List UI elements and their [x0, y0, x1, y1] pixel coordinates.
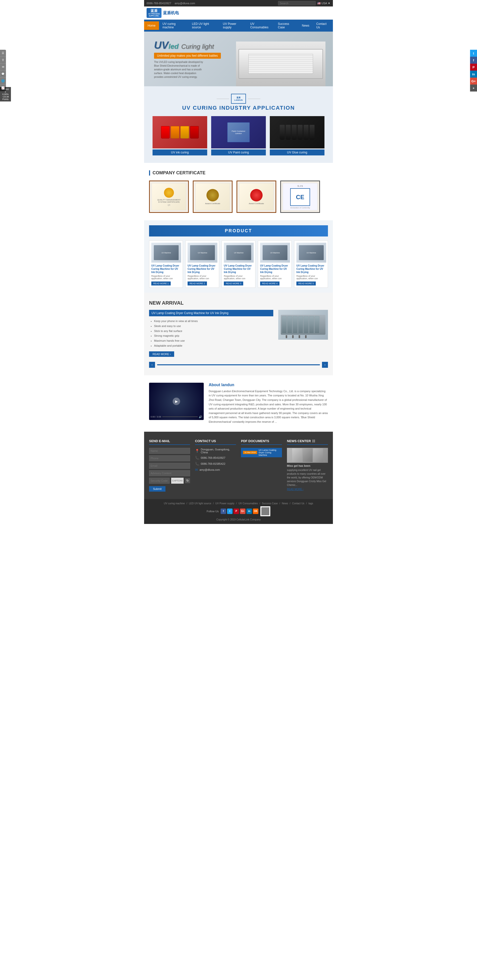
- news-read-more-link[interactable]: READ MORE ›: [287, 488, 304, 491]
- contact-info: 0086-769-85410927 amy@dluva.com: [147, 2, 195, 5]
- cert-card-4: S J S CE Declaration of Conformity: [280, 181, 320, 213]
- pdf-item-1[interactable]: 31 Mar 2019 UV Lamp Coating Dryer Curing…: [241, 448, 282, 457]
- footer-link-tags[interactable]: tags: [308, 502, 313, 505]
- cert-card-3: Award Certificate: [236, 181, 276, 213]
- footer-facebook-button[interactable]: f: [220, 509, 226, 514]
- product-desc-4: Regardless of your application, when con: [260, 275, 289, 280]
- footer-pdf-title: PDF DOCUMENTS: [241, 439, 282, 445]
- hero-text: UVled Curing light Unlimited play makes …: [154, 39, 221, 79]
- footer-contact-title: CONTACT US: [195, 439, 236, 445]
- industry-card-paint[interactable]: Paint ContainerLandun UV Paint curing: [211, 116, 266, 156]
- nav-uv-curing[interactable]: UV curing machine: [159, 20, 189, 32]
- nav-contact[interactable]: Contact Us: [313, 20, 333, 32]
- product-card-3[interactable]: UV Machine UV Lamp Coating Dryer Curing …: [222, 240, 255, 288]
- footer-name-input[interactable]: [149, 448, 190, 454]
- cert-card-1: QUALITY MANAGEMENT SYSTEM CERTIFICATE QR: [149, 181, 189, 213]
- news-thumbnails: [292, 449, 323, 462]
- footer-link-uv-curing[interactable]: UV curing machine: [164, 502, 185, 505]
- country-selector[interactable]: 🇺🇸 USA ▼: [317, 2, 330, 5]
- footer-pdf-col: PDF DOCUMENTS 31 Mar 2019 UV Lamp Coatin…: [241, 439, 282, 492]
- footer-ok-button[interactable]: OK: [253, 509, 258, 514]
- footer-linkedin-button[interactable]: in: [246, 509, 252, 514]
- product-img-4: UV Machine: [260, 243, 290, 262]
- new-arrival-title: NEW ARRIVAL: [149, 300, 328, 306]
- footer-pinterest-button[interactable]: P: [233, 509, 239, 514]
- footer-submit-button[interactable]: Submit: [149, 486, 165, 492]
- nav-success[interactable]: Success Case: [274, 20, 298, 32]
- site-footer: SEND E-MAIL CAPTCHA ↻ Submit CONTACT US …: [144, 432, 333, 499]
- nav-home[interactable]: Home: [144, 21, 159, 30]
- video-block[interactable]: ▶ 0:00 / 3:09 🔊: [149, 383, 204, 420]
- logo[interactable]: 蓝盾 UV PROCESS SUPPLY,INC. 蓝盾机电: [147, 8, 179, 18]
- qr-code-image: [261, 507, 269, 515]
- footer-twitter-button[interactable]: t: [227, 509, 233, 514]
- footer-link-contact[interactable]: Contact Us: [292, 502, 304, 505]
- volume-icon[interactable]: 🔊: [199, 415, 202, 418]
- new-arrival-read-more[interactable]: READ MORE ›: [149, 352, 174, 357]
- product-card-1[interactable]: UV Machine UV Lamp Coating Dryer Curing …: [149, 240, 183, 288]
- footer-link-led-uv[interactable]: LED UV light source: [189, 502, 211, 505]
- industry-card-ink[interactable]: UV ink curing: [152, 116, 207, 156]
- footer-contact-col: CONTACT US 📍 Dongguan, Guangdong, China …: [195, 439, 236, 492]
- bottom-footer: UV curing machine / LED UV light source …: [144, 499, 333, 524]
- footer-link-success[interactable]: Success Case: [262, 502, 278, 505]
- paint-image: Paint ContainerLandun: [211, 116, 266, 148]
- nav-news[interactable]: News: [298, 21, 313, 30]
- nav-consumables[interactable]: UV Consumables: [247, 20, 274, 32]
- product-read-more-3[interactable]: READ MORE 3: [224, 282, 243, 285]
- search-area: 🇺🇸 USA ▼: [278, 1, 330, 5]
- pdf-name-1: UV Lamp Coating Dryer Curing Machine: [258, 449, 280, 456]
- nav-led-uv[interactable]: LED UV light source: [189, 20, 219, 32]
- industry-label-paint: UV Paint curing: [211, 150, 266, 156]
- footer-phone-input[interactable]: [149, 455, 190, 461]
- industry-card-glue[interactable]: UV Glue curing: [270, 116, 325, 156]
- cert-text-1: QUALITY MANAGEMENT SYSTEM CERTIFICATE: [153, 199, 185, 203]
- footer-security-input[interactable]: [149, 478, 170, 484]
- product-card-5[interactable]: UV Machine UV Lamp Coating Dryer Curing …: [294, 240, 328, 288]
- footer-link-news[interactable]: News: [282, 502, 288, 505]
- product-card-4[interactable]: UV Machine UV Lamp Coating Dryer Curing …: [258, 240, 292, 288]
- product-read-more-4[interactable]: READ MORE 4: [260, 282, 279, 285]
- footer-email-input[interactable]: [149, 463, 190, 469]
- certificates-grid: QUALITY MANAGEMENT SYSTEM CERTIFICATE QR…: [149, 181, 328, 213]
- product-read-more-2[interactable]: READ MORE 2: [188, 282, 207, 285]
- nav-uv-power[interactable]: UV Power supply: [219, 20, 247, 32]
- copyright: Copyright © 2019 CellularLink Company: [147, 518, 330, 521]
- footer-link-consumables[interactable]: UV Consumables: [239, 502, 258, 505]
- pagination-bar: [157, 364, 320, 365]
- news-grid-icon: [312, 440, 316, 442]
- product-read-more-5[interactable]: READ MORE 5: [296, 282, 316, 285]
- footer-phone2: 📞 0086-769-81585422: [195, 462, 236, 466]
- new-arrival-features: Keep your phone in view at all times Sle…: [149, 319, 273, 348]
- footer-link-power[interactable]: UV Power supply: [216, 502, 235, 505]
- footer-news-title-row: NEWS CENTER: [287, 439, 328, 445]
- cert-seal-1: [164, 188, 174, 198]
- video-play-button[interactable]: ▶: [173, 398, 180, 405]
- footer-google-button[interactable]: G+: [240, 509, 246, 514]
- email-address: amy@dluva.com: [175, 2, 195, 5]
- certificates-section: COMPANY CERTIFICATE QUALITY MANAGEMENT S…: [144, 163, 333, 220]
- product-img-3: UV Machine: [224, 243, 254, 262]
- cert-declaration: Declaration of Conformity: [290, 207, 310, 208]
- phone2-text: 0086-769-81585422: [201, 462, 225, 465]
- next-page-button[interactable]: ›: [322, 362, 328, 368]
- feature-3: Stick to any flat surface: [154, 329, 273, 334]
- address-text: Dongguan, Guangdong, China: [201, 448, 236, 454]
- certificates-title: COMPANY CERTIFICATE: [149, 170, 328, 175]
- feature-5: Maximum hands free use: [154, 339, 273, 344]
- cert-text-2: Award Certificate: [205, 202, 220, 205]
- logo-text: 蓝盾机电: [163, 10, 179, 16]
- phone1-text: 0086-769-85410927: [201, 456, 225, 459]
- product-read-more-1[interactable]: READ MORE 1: [151, 282, 171, 285]
- search-input[interactable]: [278, 1, 316, 5]
- captcha-refresh-button[interactable]: ↻: [185, 478, 190, 483]
- product-card-2[interactable]: UV Machine UV Lamp Coating Dryer Curing …: [185, 240, 219, 288]
- new-arrival-content: UV Lamp Coating Dryer Curing Machine for…: [149, 310, 328, 357]
- prev-page-button[interactable]: ‹: [149, 362, 155, 368]
- footer-advisory-input[interactable]: [149, 470, 190, 476]
- follow-section: Follow Us f t P G+ in OK: [147, 506, 330, 516]
- product-img-1: UV Machine: [151, 243, 181, 262]
- hero-banner: UVled Curing light Unlimited play makes …: [144, 32, 333, 86]
- new-arrival-product-title: UV Lamp Coating Dryer Curing Machine for…: [149, 310, 273, 316]
- cert-card-2: Award Certificate: [193, 181, 233, 213]
